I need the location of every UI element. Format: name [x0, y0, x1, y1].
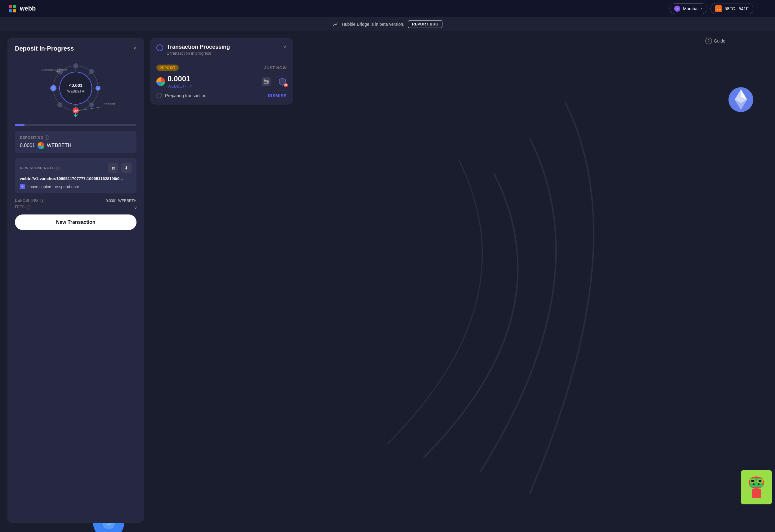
tx-title-group: Transaction Processing 1 transaction in … [167, 44, 230, 56]
pixel-art-character [741, 470, 772, 504]
tx-token: WEBBETH ↗ [167, 84, 192, 88]
svg-text:Ξ: Ξ [52, 87, 54, 90]
fees-summary-label: FEES i [15, 205, 31, 209]
svg-rect-3 [13, 9, 16, 12]
pixel-art-svg [744, 473, 769, 501]
download-spend-note-button[interactable]: ⬇ [121, 163, 131, 173]
spend-note-info-icon[interactable]: i [56, 166, 60, 170]
wallet-chain-icon [262, 77, 270, 86]
svg-point-22 [89, 102, 94, 107]
svg-text:DEPOSITING TO: DEPOSITING TO [104, 103, 116, 105]
svg-text:OP: OP [73, 109, 78, 112]
progress-fill [15, 124, 24, 126]
deposit-panel: Deposit In-Progress × [7, 38, 144, 523]
svg-text:WEBBETH: WEBBETH [67, 89, 84, 93]
svg-line-34 [79, 107, 103, 110]
network-selector[interactable]: Mumbai ▾ [670, 3, 707, 14]
copy-icon: ⧉ [112, 165, 115, 171]
tx-amount-row: 0.0001 WEBBETH ↗ [156, 74, 287, 88]
spend-note-value: webb://v1:vanchor/1099511707777:10995116… [20, 176, 131, 181]
tx-status-circle [156, 44, 163, 51]
spend-note-header: NEW SPEND NOTE i ⧉ ⬇ [20, 163, 131, 173]
beta-message: Hubble Bridge is in beta version. [342, 22, 405, 27]
svg-text:DEPOSITING FROM: DEPOSITING FROM [42, 69, 67, 71]
tx-amount: 0.0001 [167, 74, 192, 83]
header-right: Mumbai ▾ 🦊 58FC...541F ⋮ [670, 3, 768, 14]
chart-icon [332, 21, 338, 27]
copied-checkbox-row[interactable]: ✓ I have copied the spend note [20, 184, 131, 189]
tx-title: Transaction Processing [167, 44, 230, 50]
fees-summary-info-icon[interactable]: i [27, 205, 31, 209]
fees-summary-row: FEES i 0 [15, 205, 136, 209]
tx-header-left: Transaction Processing 1 transaction in … [156, 44, 230, 56]
deposit-summary: DEPOSITING i 0.0001 WEBBETH FEES i 0 [15, 198, 136, 209]
copy-spend-note-button[interactable]: ⧉ [108, 163, 118, 173]
svg-point-5 [677, 8, 678, 9]
wallet-address: 58FC...541F [724, 6, 749, 11]
more-menu-button[interactable]: ⋮ [756, 4, 768, 14]
svg-point-35 [78, 110, 79, 111]
wallet-selector[interactable]: 🦊 58FC...541F [710, 3, 753, 14]
logo-text: webb [20, 5, 36, 12]
fees-summary-value: 0 [134, 205, 136, 209]
tx-panel-header: Transaction Processing 1 transaction in … [156, 44, 287, 56]
tx-badge-row: DEPOSIT JUST NOW [156, 65, 287, 71]
new-transaction-button[interactable]: New Transaction [15, 214, 136, 230]
preparing-circle [156, 93, 162, 98]
tx-subtitle: 1 transaction in progress [167, 51, 230, 56]
depositing-summary-value: 0.0001 WEBBETH [106, 199, 136, 203]
svg-rect-1 [13, 5, 16, 8]
depositing-label: DEPOSITING i [20, 135, 131, 140]
svg-rect-2 [9, 9, 12, 12]
deposit-badge: DEPOSIT [156, 65, 179, 71]
svg-point-15 [60, 72, 92, 104]
download-icon: ⬇ [124, 165, 128, 170]
main-content: Deposit In-Progress × [0, 31, 775, 529]
network-icon [674, 6, 680, 12]
preparing-label: Preparing transaction [165, 93, 206, 98]
tx-amount-group: 0.0001 WEBBETH ↗ [167, 74, 192, 88]
transaction-panel: Transaction Processing 1 transaction in … [150, 38, 293, 105]
depositing-summary-label: DEPOSITING i [15, 198, 44, 203]
deposit-panel-title: Deposit In-Progress [15, 45, 74, 52]
metamask-icon: 🦊 [715, 5, 722, 12]
network-viz-svg: <0.001 WEBBETH Ξ OP Ξ ∞ DEPOS [35, 57, 116, 119]
tx-collapse-icon[interactable]: ∨ [283, 44, 287, 50]
guide-label: Guide [714, 38, 725, 43]
tx-token-icon [156, 77, 165, 86]
depositing-summary-row: DEPOSITING i 0.0001 WEBBETH [15, 198, 136, 203]
chevron-down-icon: ▾ [701, 7, 703, 11]
report-bug-button[interactable]: REPORT BUG [408, 20, 443, 28]
svg-rect-54 [758, 483, 759, 485]
external-link-icon: ↗ [189, 84, 192, 88]
depositing-summary-info-icon[interactable]: i [40, 199, 44, 203]
tx-timestamp: JUST NOW [264, 65, 287, 70]
dismiss-button[interactable]: DISMISS [268, 93, 287, 98]
spend-note-label: NEW SPEND NOTE i [20, 166, 60, 170]
svg-point-18 [73, 63, 78, 68]
tx-divider [156, 60, 287, 60]
deposit-progress-bar [15, 124, 136, 126]
copied-checkbox[interactable]: ✓ [20, 184, 25, 189]
depositing-value: 0.0001 WEBBETH [20, 142, 131, 149]
svg-text:Ξ: Ξ [97, 87, 99, 90]
more-icon: ⋮ [759, 5, 765, 12]
svg-rect-55 [752, 489, 761, 498]
panel-header: Deposit In-Progress × [15, 45, 136, 52]
svg-rect-49 [759, 480, 761, 482]
shield-chain-icon: OP [278, 77, 287, 86]
svg-rect-0 [9, 5, 12, 8]
guide-icon: ? [705, 38, 712, 44]
network-label: Mumbai [683, 6, 698, 11]
webb-logo-icon [7, 4, 17, 14]
guide-button[interactable]: ? Guide [705, 38, 725, 44]
tx-amount-left: 0.0001 WEBBETH ↗ [156, 74, 192, 88]
chain-flow: → OP [262, 77, 287, 86]
depositing-info-icon[interactable]: i [45, 135, 49, 140]
preparing-left: Preparing transaction [156, 93, 206, 98]
close-button[interactable]: × [133, 45, 136, 52]
webbeth-token-icon [38, 142, 44, 149]
op-badge: OP [284, 83, 288, 87]
header: webb Mumbai ▾ 🦊 58FC...541F ⋮ [0, 0, 775, 17]
depositing-field: DEPOSITING i 0.0001 WEBBETH [15, 131, 136, 153]
